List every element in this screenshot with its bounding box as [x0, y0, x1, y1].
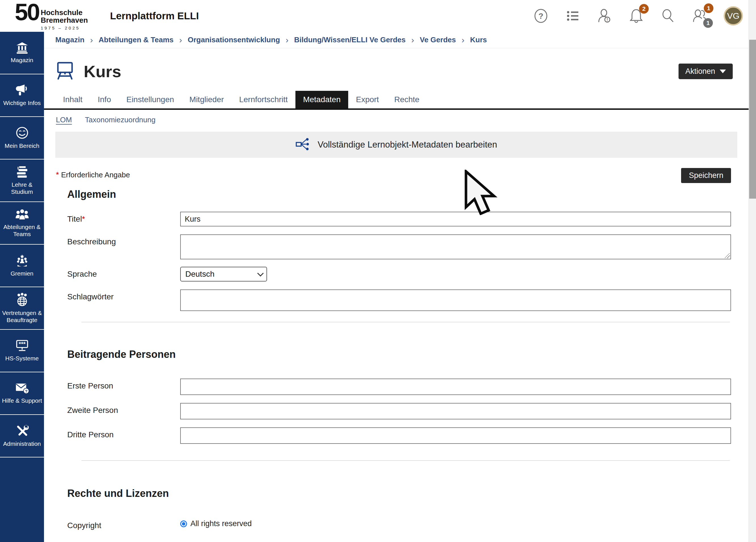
- logo-name-line2: Bremerhaven: [41, 16, 88, 24]
- header-icon-bar: ? !: [533, 6, 743, 26]
- breadcrumb-item-abteilungen-teams[interactable]: Abteilungen & Teams: [99, 35, 174, 44]
- breadcrumb-item-bildung-wissen[interactable]: Bildung/Wissen/ELLI Ve Gerdes: [294, 35, 406, 44]
- titel-label: Titel*: [67, 212, 180, 224]
- sidebar-item-administration[interactable]: Administration: [0, 415, 44, 457]
- sidebar-item-label: Lehre & Studium: [1, 181, 43, 195]
- section-heading-rechte: Rechte und Lizenzen: [67, 488, 749, 499]
- page-header: Kurs Aktionen: [44, 48, 749, 82]
- contacts-badge-top: 1: [704, 3, 713, 13]
- subtab-bar: LOM Taxonomiezuordnung: [44, 110, 749, 128]
- required-asterisk: *: [82, 215, 85, 223]
- subtab-lom[interactable]: LOM: [56, 115, 72, 124]
- schlagwoerter-input[interactable]: [180, 289, 731, 311]
- people-group-icon: [15, 209, 29, 220]
- contacts-badge-bottom: 1: [703, 18, 713, 28]
- edit-full-metadata-banner[interactable]: Vollständige Lernobjekt-Metadaten bearbe…: [55, 132, 737, 158]
- app-title: Lernplattform ELLI: [110, 10, 199, 22]
- sidebar-item-hs-systeme[interactable]: *** HS-Systeme: [0, 330, 44, 372]
- sidebar-item-abteilungen-teams[interactable]: Abteilungen & Teams: [0, 202, 44, 245]
- save-button[interactable]: Speichern: [681, 168, 731, 183]
- help-icon[interactable]: ?: [533, 8, 549, 24]
- search-icon[interactable]: [660, 8, 676, 24]
- sidebar-item-label: Abteilungen & Teams: [1, 223, 43, 238]
- tab-einstellungen[interactable]: Einstellungen: [119, 91, 182, 108]
- top-header: 50 Hochschule Bremerhaven 1975 – 2025 Le…: [0, 0, 756, 32]
- dritte-person-input[interactable]: [180, 427, 731, 444]
- university-logo[interactable]: 50 Hochschule Bremerhaven 1975 – 2025: [15, 1, 88, 31]
- subtab-taxonomiezuordnung[interactable]: Taxonomiezuordnung: [85, 115, 156, 124]
- breadcrumb-item-magazin[interactable]: Magazin: [55, 35, 85, 44]
- scrollbar-thumb[interactable]: [749, 40, 756, 199]
- form-row-zweite-person: Zweite Person: [67, 403, 731, 419]
- zweite-person-label: Zweite Person: [67, 403, 180, 415]
- breadcrumb-item-ve-gerdes[interactable]: Ve Gerdes: [420, 35, 456, 44]
- sprache-label: Sprache: [67, 267, 180, 279]
- erste-person-label: Erste Person: [67, 379, 180, 390]
- sidebar-item-label: Administration: [3, 440, 41, 447]
- chevron-right-icon: ›: [461, 35, 464, 45]
- sprache-selected-value: Deutsch: [185, 270, 215, 279]
- sidebar-item-label: Hilfe & Support: [2, 397, 42, 404]
- required-hint: * Erforderliche Angabe: [56, 170, 130, 179]
- sprache-select[interactable]: Deutsch: [180, 267, 267, 281]
- caret-down-icon: [720, 70, 726, 73]
- books-cap-icon: [15, 166, 29, 178]
- form-row-beschreibung: Beschreibung: [67, 234, 731, 259]
- tab-metadaten[interactable]: Metadaten: [295, 91, 348, 108]
- zweite-person-input[interactable]: [180, 403, 731, 419]
- erste-person-input[interactable]: [180, 379, 731, 395]
- section-divider: [81, 460, 730, 461]
- svg-text:?: ?: [25, 389, 27, 394]
- section-heading-beitragende: Beitragende Personen: [67, 348, 749, 360]
- sidebar-item-lehre-studium[interactable]: Lehre & Studium: [0, 159, 44, 202]
- avatar[interactable]: VG: [724, 6, 743, 26]
- copyright-radio-selected[interactable]: [180, 520, 187, 527]
- tab-mitglieder[interactable]: Mitglieder: [182, 91, 231, 108]
- sidebar-item-wichtige-infos[interactable]: Wichtige Infos: [0, 74, 44, 117]
- smiley-icon: [16, 126, 29, 139]
- titel-input[interactable]: [180, 212, 731, 226]
- breadcrumb-item-kurs[interactable]: Kurs: [470, 35, 487, 44]
- notification-badge: 2: [639, 4, 649, 14]
- user-status-icon[interactable]: !: [597, 8, 612, 24]
- beschreibung-textarea[interactable]: [181, 235, 730, 259]
- page: 50 Hochschule Bremerhaven 1975 – 2025 Le…: [0, 0, 756, 542]
- form-row-titel: Titel*: [67, 212, 731, 226]
- sidebar-item-hilfe-support[interactable]: ? Hilfe & Support: [0, 372, 44, 415]
- tab-lernfortschritt[interactable]: Lernfortschritt: [232, 91, 295, 108]
- tab-export[interactable]: Export: [348, 91, 387, 108]
- chevron-right-icon: ›: [286, 35, 289, 45]
- sidebar-item-label: HS-Systeme: [5, 355, 39, 362]
- form-row-schlagwoerter: Schlagwörter: [67, 289, 731, 311]
- form-row-erste-person: Erste Person: [67, 379, 731, 395]
- beschreibung-label: Beschreibung: [67, 234, 180, 246]
- required-asterisk: *: [56, 170, 59, 179]
- contacts-icon[interactable]: 1 1: [692, 8, 708, 24]
- course-board-icon: [56, 61, 76, 82]
- resize-grip[interactable]: [725, 253, 730, 258]
- copyright-label: Copyright: [67, 518, 180, 530]
- main-content: Magazin › Abteilungen & Teams › Organisa…: [44, 32, 749, 542]
- actions-button[interactable]: Aktionen: [679, 64, 733, 79]
- tab-info[interactable]: Info: [90, 91, 119, 108]
- sidebar-item-label: Wichtige Infos: [3, 99, 41, 106]
- sidebar-item-label: Gremien: [11, 270, 33, 277]
- breadcrumb: Magazin › Abteilungen & Teams › Organisa…: [44, 32, 749, 48]
- copyright-radio-label: All rights reserved: [190, 519, 252, 528]
- section-divider: [81, 322, 730, 322]
- banner-label: Vollständige Lernobjekt-Metadaten bearbe…: [318, 140, 497, 150]
- sidebar-item-mein-bereich[interactable]: Mein Bereich: [0, 117, 44, 159]
- tab-inhalt[interactable]: Inhalt: [55, 91, 90, 108]
- sidebar-item-vertretungen-beauftragte[interactable]: Vertretungen & Beauftragte: [0, 287, 44, 330]
- bell-icon[interactable]: 2: [628, 8, 644, 24]
- list-icon[interactable]: [565, 8, 581, 24]
- sidebar-item-gremien[interactable]: Gremien: [0, 245, 44, 287]
- sidebar-item-magazin[interactable]: Magazin: [0, 32, 44, 74]
- breadcrumb-item-organisationsentwicklung[interactable]: Organisationsentwicklung: [188, 35, 280, 44]
- form-action-row: * Erforderliche Angabe Speichern: [56, 168, 733, 184]
- form-row-dritte-person: Dritte Person: [67, 427, 731, 444]
- tab-rechte[interactable]: Rechte: [387, 91, 427, 108]
- mail-question-icon: ?: [15, 382, 29, 394]
- section-heading-allgemein: Allgemein: [67, 188, 749, 200]
- bank-icon: [16, 42, 29, 54]
